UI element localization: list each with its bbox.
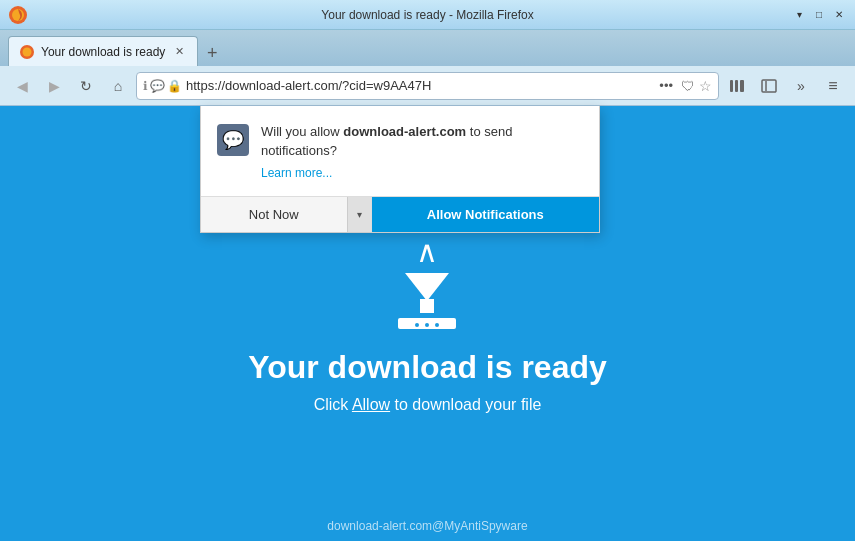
page-subtitle: Click Allow to download your file	[314, 396, 542, 414]
home-button[interactable]: ⌂	[104, 72, 132, 100]
new-tab-button[interactable]: +	[198, 40, 226, 66]
maximize-button[interactable]: □	[811, 7, 827, 23]
arrow-down-shape	[405, 273, 449, 301]
learn-more-link[interactable]: Learn more...	[261, 166, 583, 180]
tray-base	[398, 318, 456, 329]
page-footer: download-alert.com@MyAntiSpyware	[327, 519, 527, 533]
popup-question: Will you allow download-alert.com to sen…	[261, 124, 512, 158]
svg-point-1	[12, 9, 24, 21]
address-extra-icons: ••• 🛡 ☆	[655, 78, 712, 94]
svg-rect-6	[740, 80, 744, 92]
popup-buttons: Not Now ▾ Allow Notifications	[201, 196, 599, 232]
close-window-button[interactable]: ✕	[831, 7, 847, 23]
not-now-label: Not Now	[201, 197, 347, 232]
chat-icon: 💬	[222, 129, 244, 151]
title-bar-left	[8, 5, 32, 25]
dot-1	[415, 323, 419, 327]
bookmark-star-icon[interactable]: ☆	[699, 78, 712, 94]
svg-rect-4	[730, 80, 733, 92]
address-bar[interactable]: ℹ 💬 🔒 https://download-alert.com/?cid=w9…	[136, 72, 719, 100]
firefox-logo-icon	[8, 5, 28, 25]
overflow-icon: »	[797, 78, 805, 94]
reload-button[interactable]: ↻	[72, 72, 100, 100]
download-tray-icon	[398, 273, 456, 329]
speech-icon: 💬	[150, 79, 165, 93]
shield-icon: 🛡	[681, 78, 695, 94]
hamburger-icon: ≡	[828, 77, 837, 95]
title-bar: Your download is ready - Mozilla Firefox…	[0, 0, 855, 30]
popup-domain: download-alert.com	[343, 124, 466, 139]
window-title: Your download is ready - Mozilla Firefox	[321, 8, 533, 22]
not-now-button[interactable]: Not Now ▾	[201, 197, 372, 232]
popup-body: 💬 Will you allow download-alert.com to s…	[201, 106, 599, 188]
lock-icon: 🔒	[167, 79, 182, 93]
title-bar-controls: ▾ □ ✕	[791, 7, 847, 23]
browser-content: 💬 Will you allow download-alert.com to s…	[0, 106, 855, 541]
info-icon: ℹ	[143, 79, 148, 93]
dropdown-arrow-icon[interactable]: ▾	[347, 197, 371, 232]
address-text: https://download-alert.com/?cid=w9AA47H	[186, 78, 651, 93]
library-button[interactable]	[723, 72, 751, 100]
svg-rect-5	[735, 80, 738, 92]
svg-point-3	[23, 47, 32, 56]
download-icon-wrapper: ∧	[398, 234, 456, 329]
allow-link[interactable]: Allow	[352, 396, 390, 413]
tab-close-button[interactable]: ✕	[171, 44, 187, 60]
dot-2	[425, 323, 429, 327]
arrow-shaft	[420, 299, 434, 313]
nav-bar: ◀ ▶ ↻ ⌂ ℹ 💬 🔒 https://download-alert.com…	[0, 66, 855, 106]
overflow-button[interactable]: »	[787, 72, 815, 100]
page-title: Your download is ready	[248, 349, 607, 386]
back-button[interactable]: ◀	[8, 72, 36, 100]
toolbar-icons: » ≡	[723, 72, 847, 100]
allow-notifications-button[interactable]: Allow Notifications	[372, 197, 599, 232]
tab-favicon-icon	[19, 44, 35, 60]
tab-download-ready[interactable]: Your download is ready ✕	[8, 36, 198, 66]
address-bar-icons: ℹ 💬 🔒	[143, 79, 182, 93]
tab-label: Your download is ready	[41, 45, 165, 59]
sidebar-button[interactable]	[755, 72, 783, 100]
svg-rect-7	[762, 80, 776, 92]
tray-dots	[415, 323, 439, 327]
forward-button[interactable]: ▶	[40, 72, 68, 100]
sidebar-icon	[761, 78, 777, 94]
library-icon	[729, 78, 745, 94]
dot-3	[435, 323, 439, 327]
popup-notification-icon: 💬	[217, 124, 249, 156]
tab-bar: Your download is ready ✕ +	[0, 30, 855, 66]
more-options-icon[interactable]: •••	[655, 78, 677, 93]
popup-text: Will you allow download-alert.com to sen…	[261, 122, 583, 180]
minimize-button[interactable]: ▾	[791, 7, 807, 23]
page-content: ∧ Your download is ready Click Allow to …	[248, 234, 607, 414]
notification-popup: 💬 Will you allow download-alert.com to s…	[200, 106, 600, 233]
up-arrow-icon: ∧	[416, 234, 438, 269]
menu-button[interactable]: ≡	[819, 72, 847, 100]
